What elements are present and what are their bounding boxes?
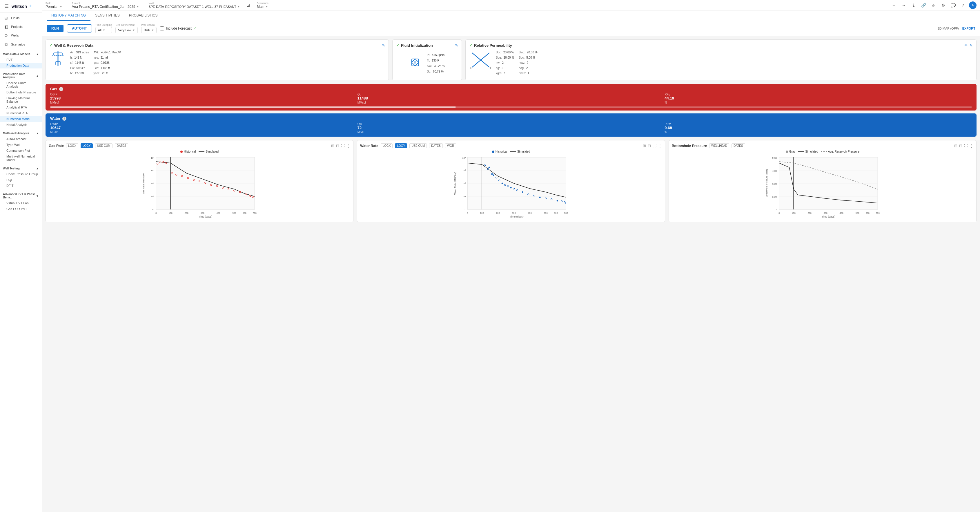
info-icon[interactable]: ℹ — [910, 2, 917, 9]
sidebar-item-wells[interactable]: ⊙ Wells — [0, 31, 42, 40]
back-icon[interactable]: ← — [890, 2, 898, 9]
production-data-analysis-header[interactable]: Production Data Analysis ▲ — [0, 71, 42, 80]
tab-history-matching[interactable]: HISTORY MATCHING — [47, 10, 91, 21]
sidebar-item-scenarios[interactable]: ⧉ Scenarios — [0, 40, 42, 48]
water-usecum-btn[interactable]: USE CUM — [409, 143, 427, 148]
gas-expand-icon[interactable]: ⊞ — [331, 144, 334, 148]
sidebar-item-virtual-pvt[interactable]: Virtual PVT Lab — [0, 200, 42, 206]
sidebar-item-bottomhole[interactable]: Bottomhole Pressure — [0, 89, 42, 95]
gas-info-icon[interactable]: i — [59, 87, 63, 91]
sidebar-item-decline-curve[interactable]: Decline Curve Analysis — [0, 80, 42, 89]
sidebar-item-multi-well-numerical[interactable]: Multi-well Numerical Model — [0, 153, 42, 163]
gas-logx-btn[interactable]: LOGX — [66, 143, 78, 148]
rp-row-ng: ng: 2 — [496, 65, 514, 71]
bhp-table-icon[interactable]: ⊟ — [959, 144, 963, 148]
water-fullscreen-icon[interactable]: ⛶ — [653, 144, 656, 148]
gas-logy-btn[interactable]: LOGY — [81, 143, 93, 148]
include-forecast-input[interactable] — [160, 26, 164, 30]
tab-sensitivities[interactable]: SENSITIVITIES — [91, 10, 124, 21]
autofit-button[interactable]: AUTOFIT — [67, 24, 92, 32]
water-more-icon[interactable]: ⋮ — [658, 144, 662, 148]
field-selector[interactable]: Field Permian ▼ — [46, 2, 62, 9]
bhp-expand-icon[interactable]: ⊞ — [954, 144, 958, 148]
time-stepping-select[interactable]: All ▼ — [95, 27, 112, 33]
sidebar-item-projects[interactable]: ◧ Projects — [0, 22, 42, 31]
filter-icon[interactable]: ⊿ — [245, 2, 252, 9]
sidebar-item-fields[interactable]: ⊞ Fields — [0, 14, 42, 22]
sidebar-item-nodal-analysis[interactable]: Nodal Analysis — [0, 122, 42, 128]
water-info-icon[interactable]: i — [62, 116, 67, 121]
water-logx-btn[interactable]: LOGX — [381, 143, 393, 148]
help-icon[interactable]: ? — [959, 2, 967, 9]
settings-icon[interactable]: ⚙ — [939, 2, 947, 9]
gas-dates-btn[interactable]: DATES — [115, 143, 129, 148]
well-control-select[interactable]: BHP ▼ — [141, 27, 157, 33]
well-selector[interactable]: Well SPE-DATA-REPOSITORY-DATASET-1-WELL-… — [149, 2, 240, 8]
field-value: Permian — [46, 5, 59, 9]
forward-icon[interactable]: → — [900, 2, 907, 9]
gas-more-icon[interactable]: ⋮ — [347, 144, 350, 148]
sidebar-item-numerical-model[interactable]: Numerical Model — [0, 116, 42, 122]
edit-icon-rp[interactable]: ✎ — [970, 43, 973, 48]
grid-refinement-select[interactable]: Very Low ▼ — [115, 27, 137, 33]
sidebar-item-production-data[interactable]: Production Data — [0, 63, 42, 69]
sidebar-item-flowing-material[interactable]: Flowing Material Balance — [0, 95, 42, 104]
gas-table-icon[interactable]: ⊟ — [336, 144, 339, 148]
advanced-pvt-header[interactable]: Advanced PVT & Phase Beha... ▼ — [0, 191, 42, 200]
rel-perm-data: Soc: 20.00 % Sog: 20.00 % nw: 2 — [496, 50, 538, 76]
link-icon[interactable]: 🔗 — [920, 2, 927, 9]
bhp-more-icon[interactable]: ⋮ — [970, 144, 973, 148]
water-logy-btn[interactable]: LOGY — [395, 143, 407, 148]
scenarios-selector[interactable]: Scenarios Main ▼ — [257, 2, 269, 9]
run-button[interactable]: RUN — [47, 25, 64, 32]
water-wgr-btn[interactable]: WGR — [445, 143, 456, 148]
edit-icon-fi[interactable]: ✎ — [455, 43, 458, 48]
svg-text:400: 400 — [839, 212, 843, 214]
main-data-header[interactable]: Main Data & Models ▲ — [0, 51, 42, 57]
avatar[interactable]: A — [969, 2, 977, 9]
share-icon[interactable]: ⎋ — [929, 2, 937, 9]
sidebar-item-numerical-rta[interactable]: Numerical RTA — [0, 110, 42, 116]
rel-perm-chart-graphic: 0 1 — [469, 50, 492, 70]
water-table-icon[interactable]: ⊟ — [648, 144, 651, 148]
svg-text:1: 1 — [465, 208, 466, 211]
eye-icon-rp[interactable]: 👁 — [964, 43, 968, 48]
sidebar-item-gas-eor[interactable]: Gas EOR PVT — [0, 206, 42, 212]
fi-row-swi: Swi: 39.28 % — [427, 63, 445, 69]
map-button[interactable]: 2D MAP (OFF) — [938, 27, 959, 30]
tab-probabilistics[interactable]: PROBABILISTICS — [124, 10, 162, 21]
gas-usecum-btn[interactable]: USE CUM — [95, 143, 113, 148]
hamburger-icon[interactable]: ☰ — [3, 2, 10, 10]
rp-row-sog: Sog: 20.00 % — [496, 55, 514, 61]
fluid-init-body: Pi: 4450 psia Ti: 130 F Swi: 39.28 % S — [396, 50, 458, 77]
sidebar-item-auto-forecast[interactable]: Auto-Forecast — [0, 136, 42, 142]
sidebar-item-chow-pressure[interactable]: Chow Pressure Group — [0, 171, 42, 177]
wr-val-n: 127.00 — [75, 71, 84, 76]
svg-text:0: 0 — [778, 212, 780, 214]
edit-icon-wr[interactable]: ✎ — [382, 43, 385, 48]
water-bar-header: Water i — [50, 116, 972, 121]
fi-key-pi: Pi: — [427, 52, 430, 58]
project-selector[interactable]: Project Ana Proano_RTA Certification_Jan… — [72, 2, 139, 9]
sidebar-item-dfit[interactable]: DFIT — [0, 183, 42, 188]
include-forecast-checkbox[interactable]: Include Forecast ✓ — [160, 26, 196, 30]
sidebar-item-dqi[interactable]: DQI — [0, 177, 42, 183]
gas-fullscreen-icon[interactable]: ⛶ — [341, 144, 345, 148]
bhp-fullscreen-icon[interactable]: ⛶ — [964, 144, 968, 148]
chat-icon[interactable]: 💬 — [949, 2, 957, 9]
sidebar-item-analytical-rta[interactable]: Analytical RTA — [0, 104, 42, 110]
sidebar-item-pvt[interactable]: PVT — [0, 57, 42, 63]
multi-well-header[interactable]: Multi-Well Analysis ▲ — [0, 130, 42, 136]
time-stepping-chevron: ▼ — [103, 29, 105, 32]
export-button[interactable]: EXPORT — [963, 27, 975, 30]
well-testing-header[interactable]: Well Testing ▲ — [0, 165, 42, 171]
bhp-wellhead-btn[interactable]: WELLHEAD — [709, 143, 729, 148]
water-dates-btn[interactable]: DATES — [429, 143, 443, 148]
water-expand-icon[interactable]: ⊞ — [643, 144, 646, 148]
sidebar-item-type-well[interactable]: Type Well — [0, 142, 42, 148]
sidebar-item-comparison-plot[interactable]: Comparison Plot — [0, 148, 42, 153]
bhp-chart-header: Bottomhole Pressure WELLHEAD DATES ⊞ ⊟ ⛶… — [672, 143, 973, 148]
bhp-dates-btn[interactable]: DATES — [732, 143, 745, 148]
rel-perm-header: ✓ Relative Permeability 👁 ✎ — [469, 43, 973, 48]
rp-val-nog: 2 — [526, 65, 528, 71]
